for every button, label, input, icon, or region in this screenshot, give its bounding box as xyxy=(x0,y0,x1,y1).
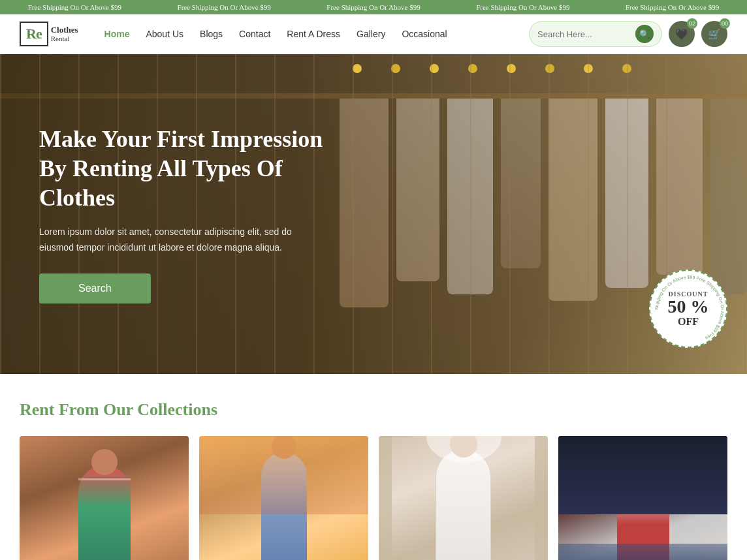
logo-re: Re xyxy=(26,25,42,42)
card-bg-western xyxy=(199,436,368,560)
hero-subtitle: Lorem ipsum dolor sit amet, consectetur … xyxy=(39,225,326,256)
nav-contact[interactable]: Contact xyxy=(232,25,277,42)
announcement-5: Free Shipping On Or Above $99 xyxy=(597,3,747,11)
svg-text:Shipping On Or Above $99 Free : Shipping On Or Above $99 Free Shipping O… xyxy=(654,275,725,341)
search-bar: 🔍 xyxy=(529,21,662,47)
nav-occasional[interactable]: Occasional xyxy=(395,25,453,42)
logo-text: Clothes Rental xyxy=(51,25,78,44)
card-bg-winter xyxy=(558,436,727,560)
cart-button[interactable]: 🛒 00 xyxy=(701,21,727,47)
collection-card-traditional[interactable]: Traditional Wear xyxy=(20,436,189,560)
collections-title: Rent From Our Collections xyxy=(20,400,727,420)
wishlist-badge: 02 xyxy=(687,18,697,29)
logo[interactable]: Re Clothes Rental xyxy=(20,22,78,46)
collection-card-winter[interactable]: Winter Wear xyxy=(558,436,727,560)
nav-about[interactable]: About Us xyxy=(139,25,190,42)
discount-ring-svg: Shipping On Or Above $99 Free Shipping O… xyxy=(650,271,729,349)
hero-background: Make Your First Impression By Renting Al… xyxy=(0,54,747,374)
discount-circle: Shipping On Or Above $99 Free Shipping O… xyxy=(649,270,727,348)
ring-text: Shipping On Or Above $99 Free Shipping O… xyxy=(654,275,725,341)
announcement-4: Free Shipping On Or Above $99 xyxy=(448,3,597,11)
search-button[interactable]: 🔍 xyxy=(635,25,654,43)
search-input[interactable] xyxy=(537,29,635,39)
wishlist-button[interactable]: 🖤 02 xyxy=(669,21,695,47)
announcement-2: Free Shipping On Or Above $99 xyxy=(150,3,299,11)
nav-rent-a-dress[interactable]: Rent A Dress xyxy=(280,25,347,42)
header-actions: 🔍 🖤 02 🛒 00 xyxy=(529,21,727,47)
nav-gallery[interactable]: Gallery xyxy=(350,25,392,42)
hero-title: Make Your First Impression By Renting Al… xyxy=(39,125,326,213)
collections-section: Rent From Our Collections Traditional We… xyxy=(0,374,747,560)
nav-blogs[interactable]: Blogs xyxy=(193,25,229,42)
logo-box: Re xyxy=(20,22,48,46)
collection-card-wedding[interactable]: Wedding Wear xyxy=(379,436,548,560)
card-bg-traditional xyxy=(20,436,189,560)
announcement-1: Free Shipping On Or Above $99 xyxy=(0,3,150,11)
nav-home[interactable]: Home xyxy=(98,25,136,42)
card-bg-wedding xyxy=(379,436,548,560)
discount-badge: Shipping On Or Above $99 Free Shipping O… xyxy=(649,270,727,348)
hero-content: Make Your First Impression By Renting Al… xyxy=(0,125,366,304)
announcement-bar: Free Shipping On Or Above $99 Free Shipp… xyxy=(0,0,747,14)
hero-search-button[interactable]: Search xyxy=(39,273,151,303)
header: Re Clothes Rental Home About Us Blogs Co… xyxy=(0,14,747,54)
cart-badge: 00 xyxy=(720,18,730,29)
collection-card-western[interactable]: Western Wear xyxy=(199,436,368,560)
announcement-3: Free Shipping On Or Above $99 xyxy=(299,3,449,11)
main-nav: Home About Us Blogs Contact Rent A Dress… xyxy=(98,25,529,42)
hero-section: Make Your First Impression By Renting Al… xyxy=(0,54,747,374)
collections-grid: Traditional Wear Western Wear xyxy=(20,436,727,560)
